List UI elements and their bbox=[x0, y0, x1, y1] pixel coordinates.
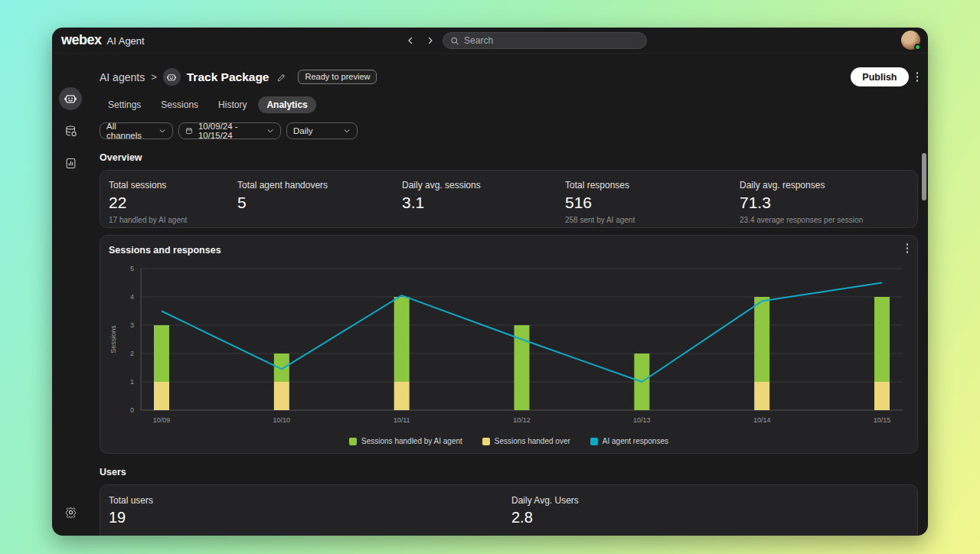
publish-button[interactable]: Publish bbox=[851, 67, 908, 86]
reports-icon bbox=[64, 157, 77, 170]
bar-sessions-handed-over[interactable] bbox=[754, 382, 769, 410]
granularity-value: Daily bbox=[293, 126, 313, 135]
back-button[interactable] bbox=[403, 33, 418, 48]
tab-settings[interactable]: Settings bbox=[100, 96, 149, 113]
sidebar-item-settings[interactable] bbox=[59, 500, 82, 523]
legend-label: AI agent responses bbox=[603, 437, 668, 445]
scrollbar-thumb[interactable] bbox=[922, 153, 926, 200]
stat-label: Total users bbox=[109, 495, 511, 506]
bar-sessions-handed-over[interactable] bbox=[154, 382, 169, 410]
search-input[interactable] bbox=[464, 35, 639, 46]
ai-agent-bot-icon bbox=[64, 92, 77, 106]
forward-button[interactable] bbox=[423, 33, 438, 48]
stat-daily-avg-responses: Daily avg. responses71.323.4 average res… bbox=[740, 180, 917, 227]
history-nav bbox=[403, 28, 438, 54]
agent-avatar bbox=[163, 68, 181, 86]
overview-heading: Overview bbox=[100, 152, 918, 163]
page-more-options-button[interactable] bbox=[916, 72, 919, 82]
legend-label: Sessions handed over bbox=[495, 437, 570, 445]
granularity-dropdown[interactable]: Daily bbox=[286, 122, 358, 139]
bar-sessions-handled-by-ai-agent[interactable] bbox=[754, 297, 769, 382]
top-bar: webex AI Agent bbox=[52, 28, 928, 54]
stat-value: 516 bbox=[565, 194, 740, 212]
date-range-dropdown[interactable]: 10/09/24 - 10/15/24 bbox=[178, 122, 281, 139]
bar-sessions-handed-over[interactable] bbox=[874, 382, 890, 410]
data-store-icon bbox=[64, 125, 77, 138]
stat-value: 2.8 bbox=[511, 509, 579, 526]
stat-value: 5 bbox=[237, 194, 402, 212]
chevron-down-icon bbox=[158, 127, 166, 135]
bar-sessions-handled-by-ai-agent[interactable] bbox=[874, 297, 890, 382]
stat-label: Daily avg. sessions bbox=[402, 180, 565, 191]
search-box[interactable] bbox=[443, 32, 647, 49]
stat-total-sessions: Total sessions2217 handled by AI agent bbox=[109, 180, 237, 227]
sidebar-item-data-store[interactable] bbox=[59, 119, 82, 142]
x-tick-label: 10/13 bbox=[633, 416, 651, 424]
search-icon bbox=[450, 36, 459, 46]
y-tick-label: 3 bbox=[130, 321, 134, 329]
sidebar-item-ai-agents[interactable] bbox=[59, 87, 82, 110]
y-axis-label: Sessions bbox=[109, 325, 117, 354]
y-tick-label: 2 bbox=[130, 350, 134, 357]
channel-filter-value: All channels bbox=[106, 122, 153, 140]
calendar-icon bbox=[185, 126, 193, 135]
chevron-down-icon bbox=[343, 127, 351, 135]
legend-item-sessions-handed-over[interactable]: Sessions handed over bbox=[482, 437, 570, 445]
bar-sessions-handed-over[interactable] bbox=[274, 382, 289, 410]
rename-agent-button[interactable] bbox=[276, 72, 287, 83]
sidebar-item-reports[interactable] bbox=[59, 152, 82, 174]
filter-bar: All channels 10/09/24 - 10/15/24 Daily bbox=[100, 122, 918, 139]
users-heading: Users bbox=[100, 467, 918, 477]
date-range-value: 10/09/24 - 10/15/24 bbox=[198, 122, 261, 140]
overview-card: Total sessions2217 handled by AI agentTo… bbox=[100, 170, 918, 228]
tab-analytics[interactable]: Analytics bbox=[258, 96, 315, 113]
channel-filter-dropdown[interactable]: All channels bbox=[100, 122, 173, 139]
tab-history[interactable]: History bbox=[210, 96, 255, 113]
presence-status-dot bbox=[914, 44, 921, 51]
chart-more-options-button[interactable] bbox=[906, 243, 909, 253]
tab-sessions[interactable]: Sessions bbox=[152, 96, 207, 113]
x-tick-label: 10/12 bbox=[513, 416, 531, 424]
stat-value: 19 bbox=[109, 509, 511, 526]
page-title: Track Package bbox=[187, 70, 270, 84]
settings-gear-icon bbox=[64, 506, 77, 519]
stat-label: Total agent handovers bbox=[237, 180, 402, 191]
users-card: Total users19Daily Avg. Users2.8 bbox=[100, 484, 918, 536]
sessions-responses-chart: 012345Sessions10/0910/1010/1110/1210/131… bbox=[100, 259, 917, 433]
main-content: AI agents > Track Package Ready to previ… bbox=[89, 54, 928, 536]
chevron-right-icon bbox=[426, 36, 435, 45]
bar-sessions-handed-over[interactable] bbox=[394, 382, 410, 410]
legend-swatch bbox=[590, 438, 598, 445]
sessions-chart-card: Sessions and responses 012345Sessions10/… bbox=[100, 235, 918, 454]
ai-agent-bot-icon bbox=[166, 72, 177, 83]
stat-label: Total responses bbox=[565, 180, 740, 191]
product-name: AI Agent bbox=[107, 35, 145, 47]
webex-logo: webex bbox=[61, 32, 102, 48]
stat-label: Daily avg. responses bbox=[740, 180, 917, 191]
breadcrumb-ai-agents[interactable]: AI agents bbox=[100, 71, 145, 83]
stat-subtext: 17 handled by AI agent bbox=[109, 216, 237, 224]
breadcrumb: AI agents > Track Package Ready to previ… bbox=[100, 67, 918, 86]
legend-swatch bbox=[482, 438, 490, 445]
x-tick-label: 10/15 bbox=[874, 416, 891, 424]
chevron-down-icon bbox=[266, 127, 274, 135]
bar-sessions-handled-by-ai-agent[interactable] bbox=[274, 354, 289, 382]
stat-value: 3.1 bbox=[402, 194, 565, 212]
y-tick-label: 1 bbox=[130, 378, 134, 386]
stat-subtext: 258 sent by AI agent bbox=[565, 216, 740, 224]
x-tick-label: 10/11 bbox=[394, 416, 410, 424]
stat-subtext: 23.4 average responses per session bbox=[740, 216, 917, 224]
stat-total-responses: Total responses516258 sent by AI agent bbox=[565, 180, 740, 227]
legend-item-ai-agent-responses[interactable]: AI agent responses bbox=[590, 437, 668, 445]
bar-sessions-handled-by-ai-agent[interactable] bbox=[394, 297, 410, 382]
pencil-icon bbox=[276, 72, 287, 83]
stat-daily-avg-users: Daily Avg. Users2.8 bbox=[511, 495, 579, 536]
legend-item-sessions-handled-by-ai-agent[interactable]: Sessions handled by AI agent bbox=[349, 437, 462, 445]
tab-bar: SettingsSessionsHistoryAnalytics bbox=[100, 96, 918, 113]
stat-label: Total sessions bbox=[109, 180, 237, 191]
status-badge: Ready to preview bbox=[298, 70, 377, 84]
legend-label: Sessions handled by AI agent bbox=[361, 437, 462, 445]
user-avatar[interactable] bbox=[901, 31, 920, 50]
chart-title: Sessions and responses bbox=[109, 245, 221, 256]
bar-sessions-handled-by-ai-agent[interactable] bbox=[154, 325, 169, 382]
